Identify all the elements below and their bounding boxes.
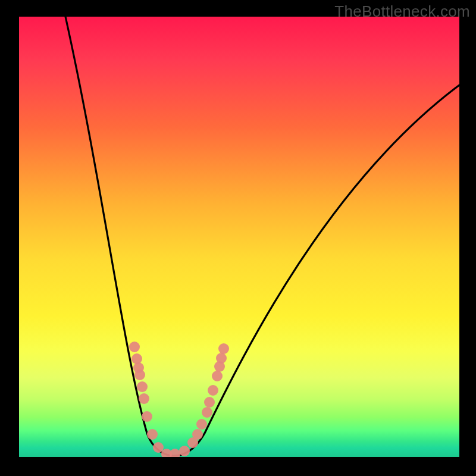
curve-layer (19, 17, 459, 457)
highlight-dots (129, 342, 229, 457)
dot (137, 381, 148, 392)
plot-area (19, 17, 459, 457)
dot (147, 429, 158, 440)
dot (208, 385, 218, 396)
dot (204, 397, 215, 408)
dot (129, 342, 140, 352)
dot (170, 449, 180, 457)
dot (196, 419, 207, 430)
dot (142, 411, 152, 422)
dot (212, 371, 223, 381)
chart-frame: TheBottleneck.com (0, 0, 476, 476)
dot (216, 353, 227, 364)
dot (192, 429, 203, 440)
dot (134, 369, 145, 380)
dot (202, 407, 212, 418)
dot (153, 442, 164, 453)
dot (131, 353, 142, 364)
dot (139, 393, 149, 404)
dot (179, 446, 190, 456)
dot (218, 343, 229, 354)
bottleneck-curve (65, 17, 459, 456)
